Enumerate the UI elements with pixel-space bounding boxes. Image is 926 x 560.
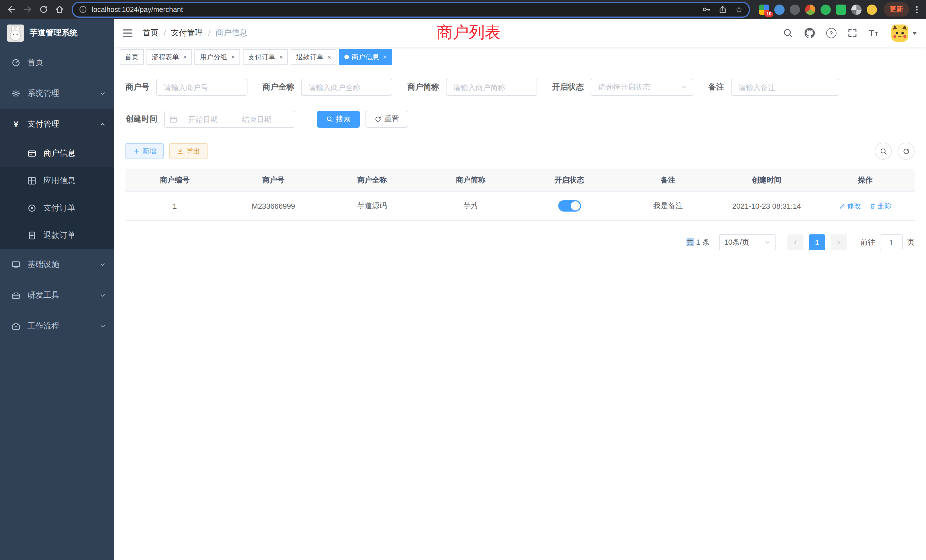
filter-merchant-name: 商户全称	[262, 79, 392, 96]
plus-icon	[133, 148, 140, 154]
breadcrumb-payment[interactable]: 支付管理	[171, 28, 203, 38]
refresh-button[interactable]	[897, 142, 915, 160]
extension-icon-pinwheel[interactable]	[851, 4, 862, 15]
sidebar-item-system[interactable]: 系统管理	[0, 78, 114, 109]
password-key-icon[interactable]	[700, 3, 712, 16]
sidebar-item-dev-tools[interactable]: 研发工具	[0, 280, 114, 311]
start-date-input[interactable]	[179, 114, 227, 124]
tab-label: 流程表单	[152, 52, 179, 62]
export-button[interactable]: 导出	[169, 143, 207, 159]
user-menu[interactable]	[891, 24, 917, 42]
tab-merchant-info[interactable]: 商户信息 ×	[339, 49, 392, 65]
select-placeholder: 请选择开启状态	[598, 82, 650, 92]
extension-icon-green-circle[interactable]	[820, 4, 831, 15]
sidebar-subitem-merchant-info[interactable]: 商户信息	[0, 140, 114, 167]
logo-avatar	[7, 24, 24, 42]
extension-icon-dark[interactable]	[790, 4, 800, 15]
user-avatar[interactable]	[891, 24, 908, 42]
cell-remark: 我是备注	[619, 191, 717, 220]
site-info-icon[interactable]	[79, 5, 87, 14]
chrome-update-button[interactable]: 更新	[884, 2, 909, 17]
bookmark-star-icon[interactable]: ☆	[733, 3, 745, 16]
fullscreen-icon[interactable]	[847, 28, 858, 38]
back-icon	[6, 5, 16, 14]
close-icon[interactable]: ×	[383, 54, 387, 61]
close-icon[interactable]: ×	[279, 54, 283, 61]
tab-process-form[interactable]: 流程表单 ×	[147, 49, 192, 65]
sidebar-item-workflow[interactable]: 工作流程	[0, 311, 114, 342]
breadcrumb-current: 商户信息	[216, 28, 247, 38]
help-icon[interactable]: ?	[826, 28, 836, 38]
edit-link[interactable]: 修改	[839, 201, 861, 211]
delete-link[interactable]: 删除	[870, 201, 891, 211]
goto-page-input[interactable]	[880, 235, 903, 250]
browser-menu-button[interactable]	[911, 5, 923, 14]
more-vertical-icon	[912, 5, 921, 14]
extension-icon-colorful[interactable]: 10	[759, 4, 769, 15]
forward-button[interactable]	[20, 2, 35, 17]
tab-home[interactable]: 首页	[120, 49, 144, 65]
tab-user-group[interactable]: 用户分组 ×	[195, 49, 240, 65]
prev-page-button[interactable]	[787, 235, 803, 250]
sidebar-item-payment[interactable]: ¥ 支付管理	[0, 109, 114, 140]
sidebar-subitem-refund-order[interactable]: 退款订单	[0, 222, 114, 249]
close-icon[interactable]: ×	[183, 54, 187, 61]
breadcrumb: 首页 / 支付管理 / 商户信息	[142, 28, 247, 38]
tab-refund-order[interactable]: 退款订单 ×	[291, 49, 336, 65]
reload-button[interactable]	[35, 2, 51, 17]
sidebar-item-home[interactable]: 首页	[0, 47, 114, 78]
breadcrumb-home[interactable]: 首页	[142, 28, 159, 38]
page-size-select[interactable]: 10条/页	[719, 235, 776, 250]
pagination-total: 共1条	[687, 237, 710, 248]
cell-merchant-name: 芋道源码	[323, 191, 421, 220]
filter-status: 开启状态 请选择开启状态	[552, 79, 693, 96]
tab-pay-order[interactable]: 支付订单 ×	[243, 49, 288, 65]
card-icon	[27, 149, 36, 158]
toggle-search-button[interactable]	[875, 142, 892, 160]
cell-actions: 修改 删除	[816, 191, 915, 220]
reset-button[interactable]: 重置	[366, 110, 408, 128]
status-toggle[interactable]	[558, 200, 581, 212]
profile-avatar-icon[interactable]	[867, 4, 877, 15]
refresh-icon	[375, 116, 381, 123]
merchant-name-input[interactable]	[301, 79, 392, 96]
add-button[interactable]: 新增	[126, 143, 163, 159]
annotation-merchant-list: 商户列表	[437, 22, 501, 43]
home-button[interactable]	[51, 2, 67, 17]
breadcrumb-separator: /	[208, 29, 210, 38]
extension-icon-multicolor[interactable]	[805, 4, 816, 15]
sidebar-item-infrastructure[interactable]: 基础设施	[0, 249, 114, 280]
url-bar[interactable]: localhost:1024/pay/merchant ☆	[72, 2, 750, 17]
search-button[interactable]: 搜索	[317, 110, 360, 128]
sidebar-menu: 首页 系统管理 ¥ 支付管理 商户信息	[0, 47, 114, 342]
github-icon[interactable]	[804, 28, 815, 38]
col-merchant-no: 商户号	[224, 169, 323, 191]
sidebar-subitem-pay-order[interactable]: 支付订单	[0, 194, 114, 222]
next-page-button[interactable]	[831, 235, 847, 250]
hamburger-icon[interactable]	[122, 27, 133, 39]
chevron-down-icon	[764, 239, 771, 246]
close-icon[interactable]: ×	[328, 54, 331, 61]
chevron-down-icon	[99, 323, 106, 330]
end-date-input[interactable]	[233, 114, 281, 124]
sidebar-subitem-app-info[interactable]: 应用信息	[0, 167, 114, 194]
remark-input[interactable]	[731, 79, 839, 96]
status-select[interactable]: 请选择开启状态	[591, 79, 693, 96]
back-button[interactable]	[3, 2, 20, 17]
short-name-input[interactable]	[446, 79, 537, 96]
search-icon[interactable]	[782, 28, 793, 38]
extension-icon-blue[interactable]	[774, 4, 785, 15]
close-icon[interactable]: ×	[231, 54, 235, 61]
merchant-no-input[interactable]	[156, 79, 247, 96]
filter-short-name: 商户简称	[407, 79, 537, 96]
extension-icon-green-square[interactable]	[836, 4, 846, 15]
date-separator: -	[228, 115, 231, 123]
chevron-down-icon	[99, 292, 106, 299]
share-icon[interactable]	[716, 3, 729, 16]
page-number-1[interactable]: 1	[809, 235, 825, 250]
chevron-up-icon	[99, 121, 106, 128]
font-size-icon[interactable]: TT	[869, 29, 878, 37]
col-merchant-id: 商户编号	[126, 169, 224, 191]
date-range-picker[interactable]: -	[164, 110, 295, 128]
col-create-time: 创建时间	[717, 169, 816, 191]
